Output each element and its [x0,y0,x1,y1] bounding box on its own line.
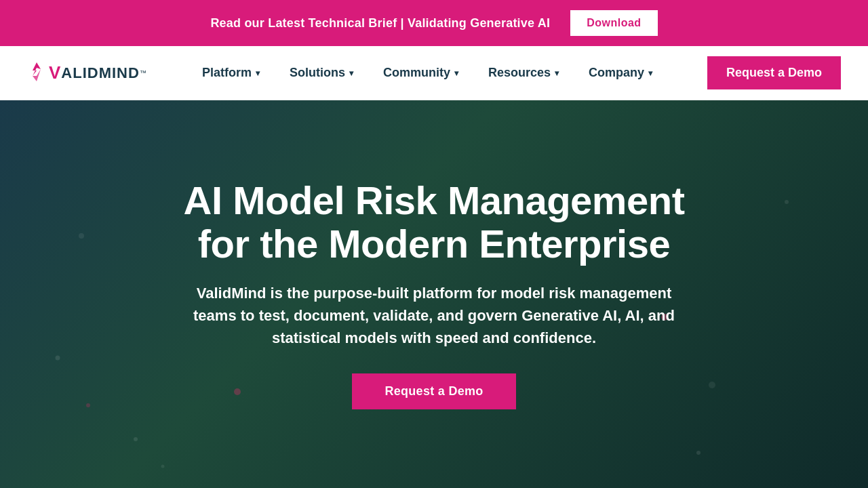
hero-title: AI Model Risk Management for the Modern … [183,179,685,266]
svg-point-6 [56,356,60,361]
hero-section: AI Model Risk Management for the Modern … [0,100,868,488]
nav-label-community: Community [383,66,450,80]
svg-marker-0 [33,62,41,76]
nav-label-platform: Platform [202,66,252,80]
chevron-down-icon: ▾ [349,68,353,78]
chevron-down-icon: ▾ [555,68,559,78]
nav-label-resources: Resources [488,66,551,80]
logo[interactable]: V ALIDMIND ™ [27,62,146,84]
nav-item-platform[interactable]: Platform ▾ [187,46,275,100]
nav-links: Platform ▾ Solutions ▾ Community ▾ Resou… [187,46,707,100]
svg-point-8 [709,382,715,388]
nav-item-solutions[interactable]: Solutions ▾ [275,46,368,100]
nav-label-solutions: Solutions [290,66,345,80]
download-button[interactable]: Download [570,10,657,36]
logo-icon [27,62,46,84]
logo-text: ALIDMIND [61,64,140,82]
svg-point-7 [785,200,789,204]
nav-item-company[interactable]: Company ▾ [574,46,667,100]
nav-label-company: Company [589,66,644,80]
svg-point-14 [86,403,90,407]
svg-point-9 [134,437,138,441]
banner-text: Read our Latest Technical Brief | Valida… [210,16,550,30]
top-banner: Read our Latest Technical Brief | Valida… [0,0,868,46]
svg-point-5 [79,233,84,239]
hero-subtitle: ValidMind is the purpose-built platform … [183,282,685,349]
chevron-down-icon: ▾ [648,68,652,78]
nav-item-community[interactable]: Community ▾ [368,46,473,100]
svg-point-11 [696,451,701,455]
nav-item-resources[interactable]: Resources ▾ [473,46,574,100]
logo-trademark: ™ [140,69,146,77]
logo-v-letter: V [49,62,60,83]
chevron-down-icon: ▾ [256,68,260,78]
nav-request-demo-button[interactable]: Request a Demo [707,56,841,89]
hero-request-demo-button[interactable]: Request a Demo [352,373,515,409]
svg-point-10 [161,465,165,468]
hero-content: AI Model Risk Management for the Modern … [170,165,698,423]
navbar: V ALIDMIND ™ Platform ▾ Solutions ▾ Comm… [0,46,868,100]
chevron-down-icon: ▾ [454,68,458,78]
